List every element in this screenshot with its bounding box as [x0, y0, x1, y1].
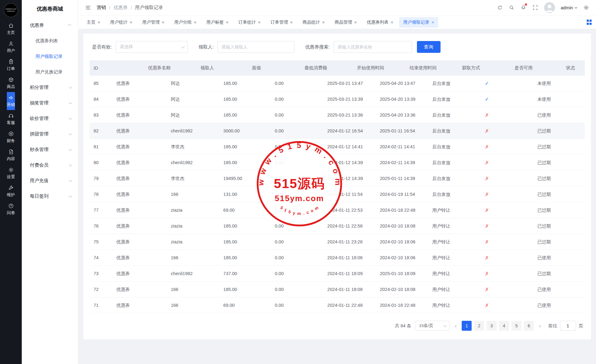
sidebar-subitem[interactable]: 优惠券列表 — [22, 33, 78, 48]
table-row[interactable]: 74 优惠券 166 185.00 0.00 2024-01-11 18:06 … — [90, 250, 585, 266]
sidebar-subitem[interactable]: 用户兑换记录 — [22, 64, 78, 80]
search-icon[interactable] — [509, 5, 515, 11]
next-page-button[interactable] — [538, 322, 542, 329]
page-button[interactable]: 1 — [462, 321, 472, 331]
close-icon[interactable] — [194, 20, 196, 25]
rail-item-finance[interactable]: 财务 — [7, 128, 15, 146]
column-header[interactable]: 优惠券名称 — [144, 60, 196, 76]
tab-label: 用户标签 — [206, 20, 224, 25]
close-icon[interactable] — [432, 20, 434, 25]
table-row[interactable]: 82 优惠券 chenli1982 3000.00 0.00 2024-01-1… — [90, 123, 585, 139]
table-row[interactable]: 75 优惠券 ziazia 185.00 0.00 2024-01-11 23:… — [90, 234, 585, 250]
valid-select[interactable]: 请选择 — [116, 41, 188, 53]
table-row[interactable]: 83 优惠券 阿达 185.00 0.00 2025-03-21 13:36 2… — [90, 107, 585, 123]
notifications[interactable] — [520, 4, 526, 11]
tab[interactable]: 订单统计 — [234, 17, 265, 28]
close-icon[interactable] — [354, 20, 357, 25]
table-row[interactable]: 73 优惠券 chenli1982 737.00 0.00 2024-01-11… — [90, 266, 585, 282]
tab[interactable]: 商品管理 — [331, 17, 361, 28]
column-header[interactable]: 面值 — [248, 60, 301, 76]
breadcrumb-item[interactable]: 营销 — [97, 5, 106, 11]
menu-group-header[interactable]: 每日签到 — [22, 188, 78, 204]
rail-item-orders[interactable]: 订单 — [7, 56, 15, 74]
table-row[interactable]: 84 优惠券 阿达 185.00 0.00 2025-03-21 13:39 2… — [90, 91, 585, 107]
rail-item-users[interactable]: 用户 — [7, 38, 15, 56]
rail-item-home[interactable]: 主页 — [7, 20, 15, 38]
menu-group-header[interactable]: 积分管理 — [22, 80, 78, 95]
rail-item-settings[interactable]: 设置 — [7, 164, 15, 182]
menu-group-header[interactable]: 付费会员 — [22, 157, 78, 173]
receiver-input[interactable] — [217, 41, 294, 53]
close-icon[interactable] — [258, 20, 261, 25]
column-header[interactable]: 状态 — [562, 60, 575, 76]
menu-group-header[interactable]: 抽奖管理 — [22, 95, 78, 111]
table-row[interactable]: 80 优惠券 chenli1982 185.00 0.00 2024-01-12… — [90, 155, 585, 171]
close-icon[interactable] — [98, 20, 100, 25]
user-menu[interactable]: admin — [561, 5, 578, 10]
column-header[interactable]: 是否可用 — [511, 60, 562, 76]
cell-min-spend: 0.00 — [271, 234, 323, 250]
cell-receiver: 阿达 — [167, 91, 219, 107]
gear-icon[interactable] — [583, 5, 589, 11]
table-row[interactable]: 85 优惠券 阿达 185.00 0.00 2025-03-21 13:47 2… — [90, 76, 585, 91]
rail-item-content[interactable]: 内容 — [7, 146, 15, 164]
page-size-select[interactable]: 15条/页 — [415, 321, 450, 331]
column-header[interactable]: 结束使用时间 — [405, 60, 458, 76]
tab[interactable]: 用户领取记录 — [399, 17, 438, 28]
close-icon[interactable] — [322, 20, 325, 25]
page-button[interactable]: 3 — [487, 321, 497, 331]
tab[interactable]: 优惠券列表 — [363, 17, 397, 28]
table-row[interactable]: 71 优惠券 166 69.00 0.00 2024-01-11 22:48 2… — [90, 297, 585, 313]
refresh-icon[interactable] — [497, 5, 503, 11]
menu-group-label: 用户充值 — [30, 178, 49, 184]
prev-page-button[interactable] — [454, 322, 458, 329]
table-row[interactable]: 81 优惠券 李世杰 185.00 0.00 2024-01-12 14:41 … — [90, 139, 585, 155]
rail-item-goods[interactable]: 商品 — [7, 74, 15, 92]
close-icon[interactable] — [290, 20, 293, 25]
goto-page-input[interactable] — [560, 321, 576, 331]
table-row[interactable]: 79 优惠券 李世杰 19495.00 0.00 2024-01-12 14:3… — [90, 171, 585, 187]
table-row[interactable]: 78 优惠券 166 131.00 0.00 2024-01-12 11:54 … — [90, 187, 585, 202]
rail-item-marketing[interactable]: 营销 — [7, 92, 15, 110]
avatar[interactable] — [544, 2, 555, 13]
column-header[interactable]: 获取方式 — [458, 60, 511, 76]
table-row[interactable]: 77 优惠券 ziazia 69.00 0.00 2024-01-11 22:5… — [90, 202, 585, 218]
tab[interactable]: 订单管理 — [266, 17, 297, 28]
search-button[interactable]: 查询 — [417, 41, 441, 53]
tab[interactable]: 主页 — [83, 17, 104, 28]
table-row[interactable]: 76 优惠券 ziazia 185.00 0.00 2024-01-11 22:… — [90, 218, 585, 234]
close-icon[interactable] — [226, 20, 229, 25]
close-icon[interactable] — [130, 20, 132, 25]
page-button[interactable]: 2 — [474, 321, 484, 331]
menu-toggle-icon[interactable] — [85, 5, 91, 11]
column-header[interactable]: 领取人 — [196, 60, 248, 76]
cell-coupon-name: 优惠券 — [112, 187, 167, 202]
column-header[interactable]: 最低消费额 — [301, 60, 353, 76]
rail-item-maintenance[interactable]: 维护 — [7, 182, 15, 200]
breadcrumb-item[interactable]: 优惠券 — [113, 5, 127, 11]
column-header[interactable]: 开始使用时间 — [353, 60, 405, 76]
table-row[interactable]: 72 优惠券 166 185.00 0.00 2024-01-11 18:08 … — [90, 282, 585, 297]
tab[interactable]: 用户管理 — [138, 17, 168, 28]
fullscreen-icon[interactable] — [532, 5, 538, 11]
rail-item-survey[interactable]: 问卷 — [7, 200, 15, 218]
menu-group-header[interactable]: 拼团管理 — [22, 126, 78, 142]
menu-group-coupon-header[interactable]: 优惠券 — [22, 17, 78, 33]
tab[interactable]: 用户标签 — [202, 17, 233, 28]
sidebar-subitem[interactable]: 用户领取记录 — [22, 48, 78, 64]
menu-group-header[interactable]: 秒杀管理 — [22, 142, 78, 157]
tab[interactable]: 商品统计 — [298, 17, 329, 28]
close-icon[interactable] — [162, 20, 164, 25]
close-icon[interactable] — [391, 20, 393, 25]
menu-group-header[interactable]: 用户充值 — [22, 173, 78, 188]
tab[interactable]: 用户统计 — [106, 17, 136, 28]
apps-grid-icon[interactable] — [587, 20, 592, 25]
page-button[interactable]: 6 — [524, 321, 534, 331]
tab[interactable]: 用户分组 — [170, 17, 201, 28]
menu-group-header[interactable]: 砍价管理 — [22, 111, 78, 126]
coupon-input[interactable] — [334, 41, 412, 53]
column-header[interactable]: ID — [90, 60, 144, 76]
rail-item-service[interactable]: 客服 — [7, 110, 15, 128]
page-button[interactable]: 4 — [499, 321, 509, 331]
page-button[interactable]: 5 — [511, 321, 521, 331]
